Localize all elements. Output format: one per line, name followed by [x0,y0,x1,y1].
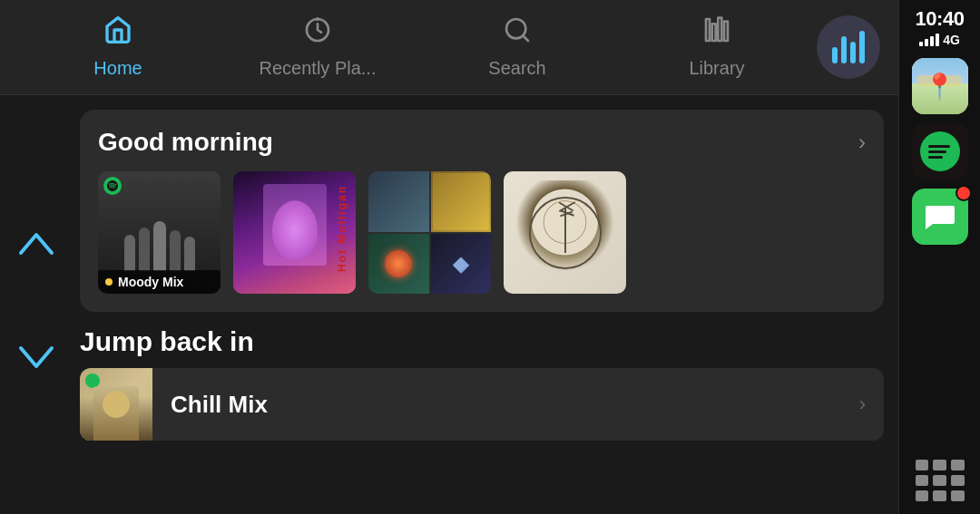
good-morning-section: Good morning › [80,110,884,312]
grid-dot-8 [933,490,946,501]
svg-line-3 [523,35,528,41]
grid-button[interactable] [912,456,968,505]
moody-mix-text: Moody Mix [118,275,183,289]
quad-cell-1 [368,171,429,232]
quad-cell-2 [431,171,492,232]
messages-app-icon[interactable] [912,189,968,245]
status-bar: 10:40 4G [899,0,980,47]
spotify-badge-moody [103,177,122,195]
signal-bars [919,34,939,46]
eq-bar-4 [859,31,865,63]
grid-dot-1 [916,460,929,470]
nav-home[interactable]: Home [18,6,218,88]
svg-rect-5 [712,24,716,41]
grid-dot-9 [951,490,965,501]
jump-back-section: Jump back in Chill Mix › [73,319,898,514]
grid-dot-6 [951,475,965,486]
spotify-waves [928,145,952,159]
spotify-app-icon[interactable] [912,123,968,179]
main-content: Home Recently Pla... Search [0,0,898,514]
library-label: Library [689,58,744,79]
maps-inner: 📍 [912,58,968,114]
svg-rect-7 [724,22,728,41]
library-icon [702,15,731,51]
nav-library[interactable]: Library [617,6,817,88]
app-icons: 📍 [912,47,968,456]
eq-bar-2 [841,36,847,63]
equalizer-bars [832,31,865,63]
grid-dot-4 [916,475,929,486]
messages-badge [956,185,972,201]
album-quad[interactable]: ◆ [368,171,491,294]
svg-rect-4 [706,19,710,41]
moody-dot [105,278,113,286]
grid-dot-5 [933,475,946,486]
network-type: 4G [943,33,960,47]
wave-2 [928,150,946,153]
signal-bar-1 [919,42,923,46]
scroll-controls [0,95,73,514]
now-playing-avatar[interactable] [817,15,880,79]
signal-bar-3 [930,36,934,46]
album-sketch[interactable] [504,171,626,294]
album-moody-mix[interactable]: Moody Mix [98,171,220,294]
good-morning-arrow[interactable]: › [858,130,866,155]
album-hot-mulligan[interactable]: Hot Mulligan [233,171,356,294]
signal-bar-2 [925,39,928,46]
chill-mix-arrow[interactable]: › [859,393,884,416]
wave-1 [928,145,950,148]
right-sidebar: 10:40 4G 📍 [898,0,980,514]
grid-dot-3 [951,460,965,470]
svg-point-1 [316,17,319,21]
home-icon [103,15,132,51]
search-icon [503,15,532,51]
wave-3 [928,156,943,159]
content-area: Good morning › [73,95,898,514]
good-morning-header: Good morning › [98,128,866,157]
album-grid: Moody Mix Hot Mulligan [98,171,866,294]
clock-icon [303,15,332,51]
nav-bar: Home Recently Pla... Search [0,0,898,95]
svg-rect-6 [718,18,721,41]
spotify-inner [920,131,960,171]
signal-bar-4 [936,34,939,46]
chill-mix-label: Chill Mix [152,391,859,419]
chill-mix-row[interactable]: Chill Mix › [80,368,884,441]
quad-cell-3 [368,234,429,295]
search-label: Search [488,58,545,79]
chill-mix-art [80,368,152,441]
nav-search[interactable]: Search [417,6,617,88]
moody-mix-label: Moody Mix [98,270,220,294]
grid-dot-7 [916,490,929,501]
status-icons: 4G [919,33,960,47]
home-label: Home [93,58,142,79]
nav-recently-played[interactable]: Recently Pla... [218,6,417,88]
scroll-up-button[interactable] [15,228,57,268]
recently-played-label: Recently Pla... [260,58,377,79]
eq-bar-1 [832,47,838,63]
good-morning-title: Good morning [98,128,273,157]
eq-bar-3 [850,42,856,63]
scroll-down-button[interactable] [15,341,57,382]
quad-cell-4: ◆ [431,234,492,295]
status-time: 10:40 [916,7,965,31]
messages-bubble-icon [924,200,956,233]
grid-dot-2 [933,460,946,470]
maps-app-icon[interactable]: 📍 [912,58,968,114]
jump-back-title: Jump back in [80,326,884,357]
